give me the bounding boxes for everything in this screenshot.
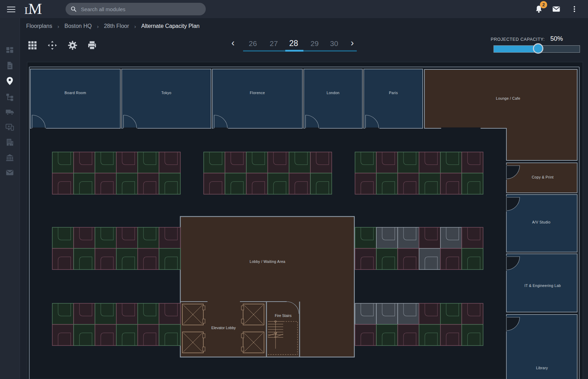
floor-tab-29[interactable]: 29 bbox=[307, 39, 322, 48]
breadcrumb-28th-floor[interactable]: 28th Floor bbox=[104, 23, 129, 29]
desk[interactable] bbox=[398, 173, 419, 195]
desk[interactable] bbox=[74, 249, 95, 270]
capacity-slider[interactable] bbox=[493, 45, 580, 53]
location-pin-icon[interactable] bbox=[5, 76, 14, 85]
desk[interactable] bbox=[246, 173, 267, 195]
app-logo[interactable]: L M bbox=[24, 1, 42, 17]
room-tokyo[interactable] bbox=[122, 69, 211, 128]
desk[interactable] bbox=[74, 325, 95, 346]
search-input[interactable] bbox=[80, 6, 197, 13]
desk[interactable] bbox=[419, 325, 440, 346]
desk[interactable] bbox=[310, 173, 332, 195]
desk[interactable] bbox=[355, 173, 376, 195]
desk[interactable] bbox=[159, 152, 180, 173]
desk[interactable] bbox=[289, 173, 310, 195]
floorplan-canvas[interactable]: Board RoomTokyoFlorenceLondonParisLounge… bbox=[0, 0, 588, 379]
desk[interactable] bbox=[95, 303, 116, 325]
next-floor-button[interactable]: › bbox=[349, 38, 356, 48]
desk[interactable] bbox=[419, 249, 440, 270]
org-tree-icon[interactable] bbox=[5, 92, 14, 101]
desk[interactable] bbox=[138, 325, 159, 346]
desk[interactable] bbox=[95, 227, 116, 249]
kebab-menu-icon[interactable] bbox=[571, 5, 578, 14]
desk[interactable] bbox=[376, 325, 398, 346]
desk[interactable] bbox=[52, 325, 74, 346]
messages-envelope-icon[interactable] bbox=[552, 5, 561, 14]
desk[interactable] bbox=[419, 152, 440, 173]
room-london[interactable] bbox=[304, 69, 362, 128]
desk[interactable] bbox=[355, 152, 376, 173]
desk[interactable] bbox=[74, 227, 95, 249]
notification-badge[interactable]: 2 bbox=[540, 1, 547, 8]
desk[interactable] bbox=[268, 173, 289, 195]
floor-tab-26[interactable]: 26 bbox=[245, 39, 261, 48]
desk[interactable] bbox=[355, 249, 376, 270]
desk[interactable] bbox=[52, 173, 74, 195]
desk[interactable] bbox=[138, 249, 159, 270]
desk[interactable] bbox=[440, 173, 462, 195]
desk[interactable] bbox=[159, 227, 180, 249]
desk[interactable] bbox=[462, 173, 483, 195]
room-board-room[interactable] bbox=[30, 69, 120, 128]
truck-icon[interactable] bbox=[5, 107, 14, 116]
desk[interactable] bbox=[419, 303, 440, 325]
dashboard-icon[interactable] bbox=[5, 46, 14, 55]
desk[interactable] bbox=[462, 325, 483, 346]
desk[interactable] bbox=[268, 152, 289, 173]
desk[interactable] bbox=[355, 303, 376, 325]
desk[interactable] bbox=[52, 227, 74, 249]
desk[interactable] bbox=[116, 152, 138, 173]
desk[interactable] bbox=[440, 303, 462, 325]
desk[interactable] bbox=[204, 173, 225, 195]
desk[interactable] bbox=[462, 303, 483, 325]
capacity-slider-thumb[interactable] bbox=[533, 43, 543, 54]
desk[interactable] bbox=[116, 325, 138, 346]
desk[interactable] bbox=[74, 173, 95, 195]
desk[interactable] bbox=[355, 325, 376, 346]
desk[interactable] bbox=[376, 303, 398, 325]
prev-floor-button[interactable]: ‹ bbox=[229, 38, 236, 48]
desk[interactable] bbox=[398, 227, 419, 249]
floor-tab-28-active[interactable]: 28 bbox=[286, 39, 301, 48]
desk[interactable] bbox=[462, 227, 483, 249]
document-icon[interactable] bbox=[5, 61, 14, 70]
devices-icon[interactable] bbox=[5, 123, 14, 132]
hamburger-menu-icon[interactable] bbox=[7, 5, 15, 13]
desk[interactable] bbox=[52, 152, 74, 173]
print-button[interactable] bbox=[87, 40, 97, 50]
global-search[interactable] bbox=[66, 3, 206, 15]
desk[interactable] bbox=[116, 249, 138, 270]
desk[interactable] bbox=[52, 303, 74, 325]
floor-tab-27[interactable]: 27 bbox=[266, 39, 281, 48]
room-paris[interactable] bbox=[364, 69, 423, 128]
desk[interactable] bbox=[159, 325, 180, 346]
desk[interactable] bbox=[398, 249, 419, 270]
desk[interactable] bbox=[138, 303, 159, 325]
desk[interactable] bbox=[74, 303, 95, 325]
building-icon[interactable] bbox=[5, 138, 14, 147]
desk[interactable] bbox=[310, 152, 332, 173]
desk[interactable] bbox=[159, 173, 180, 195]
room-florence[interactable] bbox=[212, 69, 302, 128]
desk[interactable] bbox=[289, 152, 310, 173]
desk[interactable] bbox=[440, 227, 462, 249]
desk[interactable] bbox=[95, 325, 116, 346]
desk[interactable] bbox=[138, 173, 159, 195]
bank-icon[interactable] bbox=[5, 153, 14, 162]
desk[interactable] bbox=[95, 173, 116, 195]
desk[interactable] bbox=[355, 227, 376, 249]
desk[interactable] bbox=[440, 152, 462, 173]
desk[interactable] bbox=[95, 152, 116, 173]
desk[interactable] bbox=[376, 249, 398, 270]
desk[interactable] bbox=[440, 249, 462, 270]
desk[interactable] bbox=[159, 303, 180, 325]
desk[interactable] bbox=[398, 325, 419, 346]
settings-gear-button[interactable] bbox=[68, 40, 77, 50]
desk[interactable] bbox=[52, 249, 74, 270]
desk[interactable] bbox=[419, 173, 440, 195]
desk[interactable] bbox=[398, 303, 419, 325]
desk[interactable] bbox=[225, 173, 246, 195]
desk[interactable] bbox=[138, 152, 159, 173]
desk[interactable] bbox=[376, 152, 398, 173]
pan-move-button[interactable] bbox=[47, 40, 57, 50]
